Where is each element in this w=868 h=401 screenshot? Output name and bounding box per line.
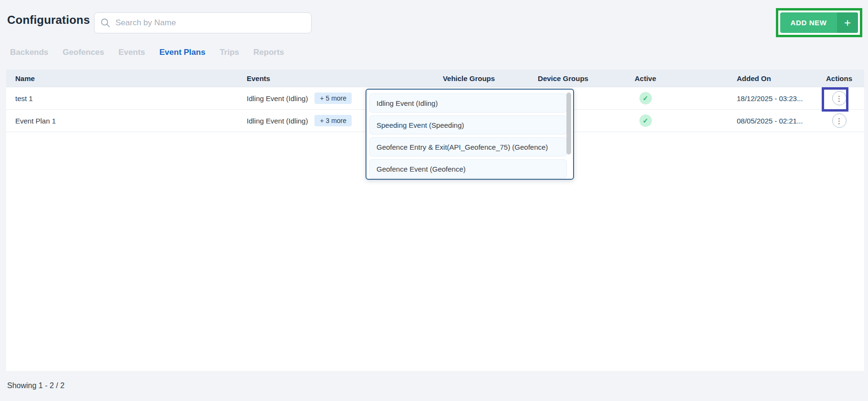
column-header-events: Events [241, 74, 429, 82]
row-added-on: 08/05/2025 - 02:21... [673, 117, 814, 125]
pagination-status: Showing 1 - 2 / 2 [7, 381, 64, 390]
row-name: test 1 [6, 94, 241, 103]
tab-backends[interactable]: Backends [10, 48, 48, 57]
active-check-icon: ✓ [639, 92, 652, 104]
more-events-badge[interactable]: + 5 more [314, 93, 352, 104]
add-new-button[interactable]: ADD NEW + [780, 12, 858, 33]
row-name: Event Plan 1 [6, 117, 241, 125]
tab-event-plans[interactable]: Event Plans [159, 48, 205, 57]
dropdown-scrollbar-thumb[interactable] [566, 93, 571, 154]
column-header-added-on: Added On [673, 74, 814, 82]
page-title: Configurations [7, 13, 90, 27]
plus-icon: + [837, 12, 858, 33]
column-header-name: Name [6, 74, 241, 82]
search-box[interactable] [94, 12, 312, 33]
search-icon [100, 18, 111, 28]
table-header-row: Name Events Vehicle Groups Device Groups… [6, 70, 864, 87]
column-header-device-groups: Device Groups [508, 74, 618, 82]
row-actions-kebab-icon[interactable]: ⋮ [832, 91, 847, 105]
column-header-active: Active [618, 74, 673, 82]
add-new-highlight: ADD NEW + [776, 8, 862, 37]
dropdown-item[interactable]: Geofence Event (Geofence) [369, 159, 567, 178]
row-actions-kebab-icon[interactable]: ⋮ [832, 113, 847, 128]
tab-events[interactable]: Events [118, 48, 145, 57]
column-header-vehicle-groups: Vehicle Groups [429, 74, 508, 82]
tab-geofences[interactable]: Geofences [63, 48, 104, 57]
active-check-icon: ✓ [639, 114, 652, 127]
events-dropdown: Idling Event (Idling) Speeding Event (Sp… [366, 89, 574, 180]
column-header-actions: Actions [814, 74, 864, 82]
add-new-label: ADD NEW [780, 12, 837, 33]
dropdown-item[interactable]: Geofence Entry & Exit(API_Geofence_75) (… [369, 137, 567, 156]
tab-bar: Backends Geofences Events Event Plans Tr… [10, 48, 284, 57]
row-event-label: Idling Event (Idling) [247, 94, 308, 103]
app-root: Configurations ADD NEW + Backends Geofen… [0, 0, 868, 401]
dropdown-item[interactable]: Speeding Event (Speeding) [369, 115, 567, 134]
row-added-on: 18/12/2025 - 03:23... [673, 94, 814, 103]
dropdown-item[interactable]: Idling Event (Idling) [369, 93, 567, 113]
row-event-label: Idling Event (Idling) [247, 117, 308, 125]
search-input[interactable] [115, 18, 305, 28]
tab-reports[interactable]: Reports [253, 48, 284, 57]
tab-trips[interactable]: Trips [220, 48, 239, 57]
more-events-badge[interactable]: + 3 more [314, 115, 352, 126]
